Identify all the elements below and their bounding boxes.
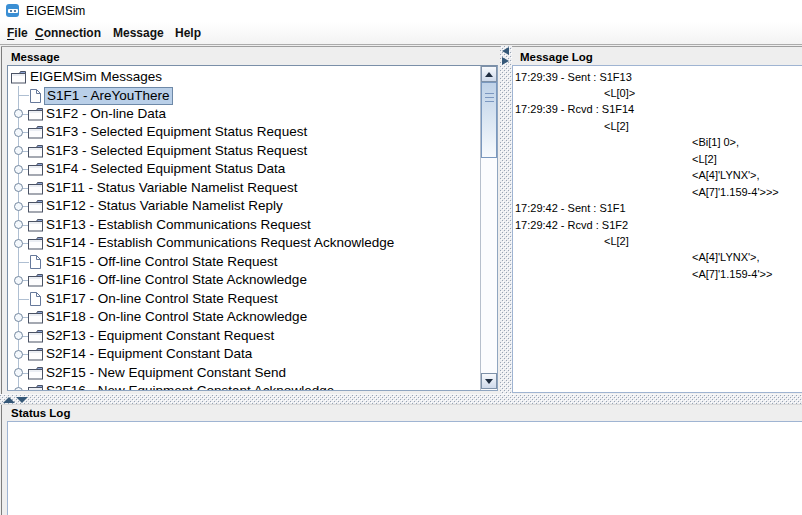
tree-item-label[interactable]: S1F3 - Selected Equipment Status Request: [43, 142, 310, 161]
tree-item-label[interactable]: S1F4 - Selected Equipment Status Data: [43, 160, 288, 179]
tree-item-label[interactable]: S2F15 - New Equipment Constant Send: [43, 364, 289, 383]
scroll-down-button[interactable]: [481, 373, 497, 389]
tree-item-label[interactable]: S1F11 - Status Variable Namelist Request: [43, 179, 301, 198]
tree-item-label[interactable]: S1F15 - Off-line Control State Request: [43, 253, 281, 272]
log-line: <A[4]'LYNX'>,: [692, 251, 760, 263]
menu-help[interactable]: Help: [175, 22, 201, 44]
status-log-panel-title: Status Log: [11, 407, 70, 419]
tree-item-label[interactable]: S2F16 - New Equipment Constant Acknowled…: [43, 382, 337, 391]
message-tree[interactable]: EIGEMSim MessagesS1F1 - AreYouThereS1F2 …: [7, 65, 498, 391]
log-line: <L[2]: [692, 153, 717, 165]
tree-vertical-scrollbar[interactable]: [480, 66, 497, 390]
tree-expand-handle-icon[interactable]: [14, 128, 23, 137]
arrow-down-icon: [485, 379, 493, 384]
status-panel-top-border: [1, 404, 802, 405]
folder-icon: [28, 107, 44, 125]
tree-expand-handle-icon[interactable]: [14, 331, 23, 340]
split-collapse-left-icon[interactable]: [502, 47, 509, 55]
tree-expand-handle-icon[interactable]: [14, 313, 23, 322]
tree-expand-handle-icon[interactable]: [14, 350, 23, 359]
menu-message[interactable]: Message: [113, 22, 164, 44]
log-line: <A[4]'LYNX'>,: [692, 169, 760, 181]
tree-expand-handle-icon[interactable]: [14, 109, 23, 118]
tree-item-label[interactable]: S1F17 - On-line Control State Request: [43, 290, 281, 309]
message-log-area[interactable]: 17:29:39 - Sent : S1F13<L[0]>17:29:39 - …: [512, 65, 802, 393]
tree-row[interactable]: S2F14 - Equipment Constant Data: [8, 345, 497, 364]
scrollbar-thumb[interactable]: [481, 82, 497, 158]
folder-icon: [28, 218, 44, 236]
horizontal-split-divider[interactable]: [0, 394, 802, 404]
tree-row[interactable]: S2F13 - Equipment Constant Request: [8, 327, 497, 346]
tree-row[interactable]: S1F2 - On-line Data: [8, 105, 497, 124]
tree-row[interactable]: S1F14 - Establish Communications Request…: [8, 234, 497, 253]
folder-icon: [28, 236, 44, 254]
folder-icon: [28, 366, 44, 384]
tree-item-label[interactable]: S1F12 - Status Variable Namelist Reply: [43, 197, 286, 216]
log-line: 17:29:39 - Rcvd : S1F14: [515, 103, 634, 115]
tree-item-label[interactable]: S1F18 - On-line Control State Acknowledg…: [43, 308, 310, 327]
message-log-panel-title: Message Log: [520, 51, 593, 63]
scrollbar-grip: [485, 93, 494, 104]
tree-item-label[interactable]: EIGEMSim Messages: [27, 68, 165, 87]
folder-icon: [28, 181, 44, 199]
tree-row[interactable]: S2F15 - New Equipment Constant Send: [8, 364, 497, 383]
split-collapse-down-icon[interactable]: [16, 397, 28, 403]
tree-row[interactable]: S1F18 - On-line Control State Acknowledg…: [8, 308, 497, 327]
log-line: 17:29:42 - Rcvd : S1F2: [515, 219, 628, 231]
tree-row[interactable]: S1F3 - Selected Equipment Status Request: [8, 123, 497, 142]
menu-file[interactable]: File: [7, 22, 28, 44]
log-line: 17:29:42 - Sent : S1F1: [515, 202, 626, 214]
tree-row[interactable]: S1F11 - Status Variable Namelist Request: [8, 179, 497, 198]
tree-row[interactable]: S1F15 - Off-line Control State Request: [8, 253, 497, 272]
folder-icon: [28, 310, 44, 328]
menu-connection[interactable]: Connection: [35, 22, 101, 44]
tree-row[interactable]: S1F12 - Status Variable Namelist Reply: [8, 197, 497, 216]
folder-icon: [28, 273, 44, 291]
tree-expand-handle-icon[interactable]: [14, 276, 23, 285]
vertical-split-divider[interactable]: [500, 46, 512, 394]
panel-top-border: [1, 46, 802, 47]
tree-row[interactable]: S2F16 - New Equipment Constant Acknowled…: [8, 382, 497, 391]
folder-icon: [11, 70, 27, 88]
folder-icon: [28, 199, 44, 217]
tree-item-label[interactable]: S1F3 - Selected Equipment Status Request: [43, 123, 310, 142]
split-collapse-right-icon[interactable]: [502, 57, 509, 65]
folder-icon: [28, 144, 44, 162]
tree-expand-handle-icon[interactable]: [14, 368, 23, 377]
log-line: <A[7]'1.159-4'>>: [692, 268, 772, 280]
tree-connector-line: [18, 299, 29, 300]
tree-expand-handle-icon[interactable]: [14, 146, 23, 155]
log-line: <L[2]: [604, 235, 629, 247]
tree-item-label[interactable]: S2F13 - Equipment Constant Request: [43, 327, 277, 346]
tree-item-label[interactable]: S1F2 - On-line Data: [43, 105, 169, 124]
tree-root-row[interactable]: EIGEMSim Messages: [8, 68, 497, 87]
tree-expand-handle-icon[interactable]: [14, 183, 23, 192]
tree-row[interactable]: S1F13 - Establish Communications Request: [8, 216, 497, 235]
split-collapse-up-icon[interactable]: [3, 397, 15, 403]
tree-expand-handle-icon[interactable]: [14, 387, 23, 392]
menu-bar: FileConnectionMessageHelp: [0, 22, 802, 45]
tree-expand-handle-icon[interactable]: [14, 239, 23, 248]
window-left-border: [1, 46, 2, 515]
window-title: EIGEMSim: [26, 0, 85, 22]
scroll-up-button[interactable]: [481, 66, 497, 82]
tree-expand-handle-icon[interactable]: [14, 165, 23, 174]
tree-row[interactable]: S1F3 - Selected Equipment Status Request: [8, 142, 497, 161]
log-line: 17:29:39 - Sent : S1F13: [515, 71, 632, 83]
tree-item-label[interactable]: S1F1 - AreYouThere: [44, 87, 173, 106]
folder-icon: [28, 162, 44, 180]
tree-item-label[interactable]: S1F13 - Establish Communications Request: [43, 216, 314, 235]
tree-row[interactable]: S1F17 - On-line Control State Request: [8, 290, 497, 309]
log-line: <L[2]: [604, 120, 629, 132]
app-icon: [6, 4, 19, 17]
tree-item-label[interactable]: S2F14 - Equipment Constant Data: [43, 345, 255, 364]
status-log-area[interactable]: [7, 421, 802, 515]
tree-row[interactable]: S1F16 - Off-line Control State Acknowled…: [8, 271, 497, 290]
tree-expand-handle-icon[interactable]: [14, 220, 23, 229]
tree-expand-handle-icon[interactable]: [14, 202, 23, 211]
tree-row[interactable]: S1F1 - AreYouThere: [8, 86, 497, 105]
tree-item-label[interactable]: S1F16 - Off-line Control State Acknowled…: [43, 271, 310, 290]
title-bar: EIGEMSim: [0, 0, 802, 22]
tree-item-label[interactable]: S1F14 - Establish Communications Request…: [43, 234, 397, 253]
tree-row[interactable]: S1F4 - Selected Equipment Status Data: [8, 160, 497, 179]
